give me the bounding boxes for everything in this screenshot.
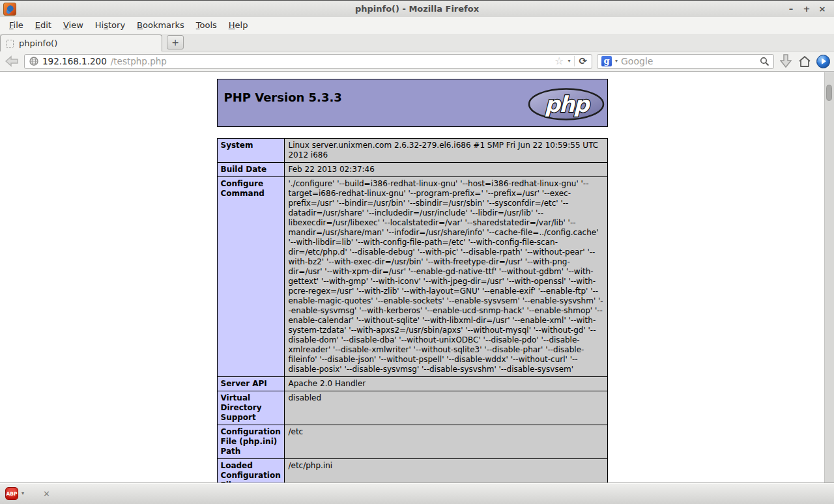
row-value: './configure' '--build=i386-redhat-linux…: [285, 177, 607, 377]
play-arrow-icon: [822, 58, 826, 64]
tab-label: phpinfo(): [19, 38, 57, 48]
phpinfo-table: SystemLinux server.unixmen.com 2.6.32-27…: [217, 138, 608, 483]
adblock-dropdown-icon[interactable]: ▾: [22, 491, 24, 496]
table-row: Loaded Configuration File/etc/php.ini: [217, 459, 607, 483]
row-label: Build Date: [217, 163, 285, 177]
back-button[interactable]: [4, 53, 20, 69]
ubuntu-start-button[interactable]: [816, 55, 830, 68]
title-bar: phpinfo() - Mozilla Firefox – + ×: [0, 0, 834, 17]
window-title: phpinfo() - Mozilla Firefox: [0, 4, 834, 14]
bookmark-star-icon[interactable]: ☆: [554, 56, 564, 66]
row-label: Configure Command: [217, 177, 285, 377]
minimize-button[interactable]: –: [786, 1, 796, 17]
menu-item-tools[interactable]: Tools: [190, 17, 223, 34]
menu-item-file[interactable]: File: [3, 17, 29, 34]
back-arrow-icon: [5, 55, 18, 67]
row-value: Feb 22 2013 02:37:46: [285, 163, 607, 177]
table-row: Configure Command'./configure' '--build=…: [217, 177, 607, 377]
url-host-text: 192.168.1.200: [42, 56, 107, 66]
row-label: Virtual Directory Support: [217, 391, 285, 425]
menu-item-history[interactable]: History: [89, 17, 131, 34]
adblock-plus-icon[interactable]: ABP: [5, 487, 18, 500]
url-dropdown-icon[interactable]: ▾: [568, 59, 570, 64]
search-engine-dropdown-icon[interactable]: ▾: [615, 59, 618, 64]
menu-item-view[interactable]: View: [57, 17, 89, 34]
search-magnifier-icon[interactable]: [760, 57, 769, 66]
google-favicon-icon[interactable]: g: [601, 56, 612, 66]
scrollbar-thumb[interactable]: [826, 85, 832, 101]
row-value: /etc/php.ini: [285, 459, 607, 483]
window-controls: – + ×: [786, 1, 834, 17]
home-button[interactable]: [798, 53, 812, 69]
globe-icon: [29, 57, 38, 66]
navigation-toolbar: 192.168.1.200/testphp.php ☆ ▾ ⟳ g ▾ Goog…: [0, 51, 834, 72]
tab-bar: phpinfo() +: [0, 34, 834, 51]
url-divider: [574, 56, 575, 66]
row-label: Configuration File (php.ini) Path: [217, 425, 285, 459]
reload-icon[interactable]: ⟳: [579, 57, 587, 66]
php-logo: php: [528, 88, 605, 120]
php-logo-text: php: [544, 91, 591, 117]
row-value: disabled: [285, 391, 607, 425]
home-icon: [798, 55, 811, 68]
default-favicon-icon: [6, 40, 14, 48]
row-value: /etc: [285, 425, 607, 459]
row-value: Apache 2.0 Handler: [285, 377, 607, 391]
row-label: Loaded Configuration File: [217, 459, 285, 483]
browser-viewport: PHP Version 5.3.3 php SystemLinux server…: [0, 72, 834, 483]
table-row: SystemLinux server.unixmen.com 2.6.32-27…: [217, 139, 607, 163]
url-bar[interactable]: 192.168.1.200/testphp.php ☆ ▾ ⟳: [24, 54, 592, 69]
new-tab-button[interactable]: +: [167, 35, 184, 49]
row-label: Server API: [217, 377, 285, 391]
tab-phpinfo[interactable]: phpinfo(): [0, 35, 162, 51]
download-arrow-icon: [780, 54, 792, 68]
phpinfo-page: PHP Version 5.3.3 php SystemLinux server…: [0, 72, 824, 483]
url-path-text: /testphp.php: [111, 56, 167, 66]
maximize-button[interactable]: +: [801, 1, 812, 17]
menu-item-edit[interactable]: Edit: [29, 17, 57, 34]
downloads-button[interactable]: [779, 53, 793, 69]
table-row: Build DateFeb 22 2013 02:37:46: [217, 163, 607, 177]
table-row: Virtual Directory Supportdisabled: [217, 391, 607, 425]
php-version-header: PHP Version 5.3.3 php: [217, 79, 608, 127]
table-row: Server APIApache 2.0 Handler: [217, 377, 607, 391]
row-label: System: [217, 139, 285, 163]
firefox-app-icon: [3, 3, 16, 16]
search-bar[interactable]: g ▾ Google: [597, 54, 774, 69]
addon-bar: ABP ▾ ✕: [0, 483, 834, 504]
addonbar-close-icon[interactable]: ✕: [43, 489, 50, 499]
menu-bar: FileEditViewHistoryBookmarksToolsHelp: [0, 17, 834, 34]
close-button[interactable]: ×: [817, 1, 827, 17]
vertical-scrollbar[interactable]: [824, 72, 834, 483]
menu-item-bookmarks[interactable]: Bookmarks: [131, 17, 190, 34]
table-row: Configuration File (php.ini) Path/etc: [217, 425, 607, 459]
search-placeholder: Google: [621, 56, 653, 66]
row-value: Linux server.unixmen.com 2.6.32-279.el6.…: [285, 139, 607, 163]
menu-item-help[interactable]: Help: [223, 17, 254, 34]
